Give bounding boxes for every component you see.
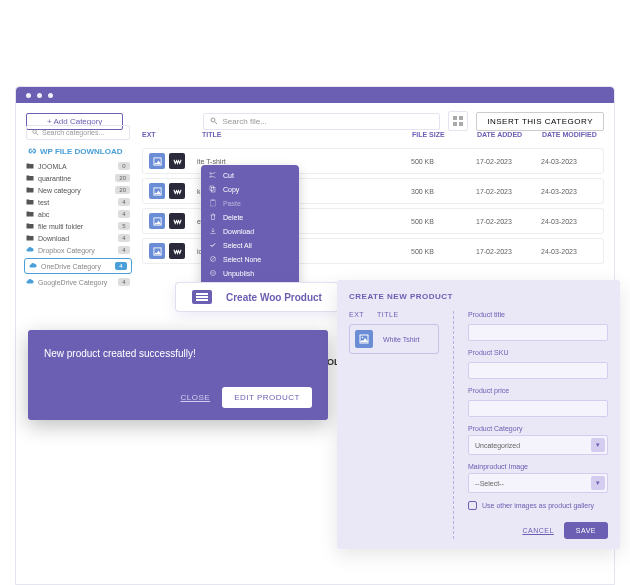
sidebar-item[interactable]: Dropbox Category4 bbox=[26, 244, 130, 256]
product-title-input[interactable] bbox=[468, 324, 608, 341]
context-menu-item[interactable]: Copy bbox=[201, 182, 299, 196]
file-icon bbox=[149, 213, 165, 229]
woo-icon bbox=[169, 213, 185, 229]
sidebar-item[interactable]: test4 bbox=[26, 196, 130, 208]
titlebar bbox=[16, 87, 614, 103]
context-menu: CutCopyPasteDeleteDownloadSelect AllSele… bbox=[201, 165, 299, 297]
svg-line-1 bbox=[215, 122, 217, 124]
svg-line-17 bbox=[211, 257, 215, 261]
search-cat-placeholder: Search categories... bbox=[42, 129, 104, 136]
context-menu-item[interactable]: Cut bbox=[201, 165, 299, 182]
sidebar-item[interactable]: JOOMLA0 bbox=[26, 160, 130, 172]
chevron-down-icon: ▾ bbox=[591, 438, 605, 452]
modal-selected-file: White Tshirt bbox=[349, 324, 439, 354]
modal-title: CREATE NEW PRODUCT bbox=[349, 292, 608, 301]
search-categories-input[interactable]: Search categories... bbox=[26, 125, 130, 140]
sidebar-item[interactable]: OneDrive Category4 bbox=[24, 258, 132, 274]
file-icon bbox=[149, 183, 165, 199]
woo-icon bbox=[169, 153, 185, 169]
svg-rect-3 bbox=[459, 116, 463, 120]
copy-icon bbox=[209, 185, 217, 193]
divider bbox=[453, 311, 454, 539]
svg-point-0 bbox=[211, 118, 215, 122]
modal-col-title: TITLE bbox=[377, 311, 399, 318]
sidebar-item[interactable]: New category20 bbox=[26, 184, 130, 196]
sidebar-item[interactable]: quarantine20 bbox=[26, 172, 130, 184]
svg-point-6 bbox=[33, 130, 37, 134]
table-header: EXT TITLE FILE SIZE DATE ADDED DATE MODI… bbox=[142, 125, 604, 148]
context-menu-item[interactable]: Download bbox=[201, 224, 299, 238]
success-toast: New product created successfully! CLOSE … bbox=[28, 330, 328, 420]
modal-file-name: White Tshirt bbox=[383, 336, 419, 343]
window-dot[interactable] bbox=[26, 93, 31, 98]
context-menu-item[interactable]: Delete bbox=[201, 210, 299, 224]
cut-icon bbox=[209, 171, 217, 179]
svg-rect-2 bbox=[453, 116, 457, 120]
sidebar-header: WP FILE DOWNLOAD bbox=[26, 146, 130, 156]
modal-save-button[interactable]: SAVE bbox=[564, 522, 608, 539]
modal-form: Product title Product SKU Product price … bbox=[468, 311, 608, 539]
modal-file-preview: EXT TITLE White Tshirt bbox=[349, 311, 439, 539]
sidebar: Search categories... WP FILE DOWNLOAD JO… bbox=[26, 125, 130, 288]
context-menu-item[interactable]: Select All bbox=[201, 238, 299, 252]
file-icon bbox=[355, 330, 373, 348]
col-modified[interactable]: DATE MODIFIED bbox=[542, 131, 604, 138]
paste-icon bbox=[209, 199, 217, 207]
check-icon bbox=[209, 241, 217, 249]
search-icon bbox=[32, 129, 39, 136]
none-icon bbox=[209, 255, 217, 263]
modal-cancel-button[interactable]: CANCEL bbox=[522, 527, 553, 534]
file-icon bbox=[149, 243, 165, 259]
sidebar-item[interactable]: file multi folder5 bbox=[26, 220, 130, 232]
gallery-checkbox-row[interactable]: Use other images as product gallery bbox=[468, 501, 608, 510]
col-added[interactable]: DATE ADDED bbox=[477, 131, 542, 138]
context-menu-item: Paste bbox=[201, 196, 299, 210]
window-dot[interactable] bbox=[48, 93, 53, 98]
product-category-select[interactable]: Uncategorized ▾ bbox=[468, 435, 608, 455]
category-value: Uncategorized bbox=[475, 442, 520, 449]
create-product-modal: CREATE NEW PRODUCT EXT TITLE White Tshir… bbox=[337, 280, 620, 549]
svg-line-7 bbox=[36, 133, 38, 135]
unpublish-icon bbox=[209, 269, 217, 277]
sidebar-item[interactable]: Download4 bbox=[26, 232, 130, 244]
context-menu-item[interactable]: Unpublish bbox=[201, 266, 299, 280]
toast-actions: CLOSE EDIT PRODUCT bbox=[44, 387, 312, 408]
col-title[interactable]: TITLE bbox=[202, 131, 412, 138]
modal-col-ext: EXT bbox=[349, 311, 377, 318]
main-image-select[interactable]: --Select-- ▾ bbox=[468, 473, 608, 493]
product-category-label: Product Category bbox=[468, 425, 608, 432]
svg-rect-15 bbox=[212, 200, 215, 202]
chevron-down-icon: ▾ bbox=[591, 476, 605, 490]
file-icon bbox=[149, 153, 165, 169]
svg-point-21 bbox=[362, 337, 364, 339]
image-value: --Select-- bbox=[475, 480, 504, 487]
checkbox-icon bbox=[468, 501, 477, 510]
product-sku-label: Product SKU bbox=[468, 349, 608, 356]
main-image-label: Mainproduct Image bbox=[468, 463, 608, 470]
col-ext[interactable]: EXT bbox=[142, 131, 202, 138]
woo-icon bbox=[169, 183, 185, 199]
product-title-label: Product title bbox=[468, 311, 608, 318]
create-woo-button[interactable]: Create Woo Product bbox=[176, 283, 338, 311]
download-icon bbox=[209, 227, 217, 235]
toast-edit-button[interactable]: EDIT PRODUCT bbox=[222, 387, 312, 408]
sidebar-item[interactable]: abc4 bbox=[26, 208, 130, 220]
product-icon bbox=[192, 290, 212, 304]
sidebar-item[interactable]: GoogleDrive Category4 bbox=[26, 276, 130, 288]
product-price-input[interactable] bbox=[468, 400, 608, 417]
context-menu-item[interactable]: Select None bbox=[201, 252, 299, 266]
toast-message: New product created successfully! bbox=[44, 348, 312, 359]
gallery-checkbox-label: Use other images as product gallery bbox=[482, 502, 594, 509]
woo-icon bbox=[169, 243, 185, 259]
search-icon bbox=[210, 117, 218, 125]
create-woo-label: Create Woo Product bbox=[226, 292, 322, 303]
window-dot[interactable] bbox=[37, 93, 42, 98]
product-sku-input[interactable] bbox=[468, 362, 608, 379]
link-icon bbox=[26, 146, 36, 156]
col-size[interactable]: FILE SIZE bbox=[412, 131, 477, 138]
product-price-label: Product price bbox=[468, 387, 608, 394]
toast-close-button[interactable]: CLOSE bbox=[181, 393, 211, 402]
delete-icon bbox=[209, 213, 217, 221]
